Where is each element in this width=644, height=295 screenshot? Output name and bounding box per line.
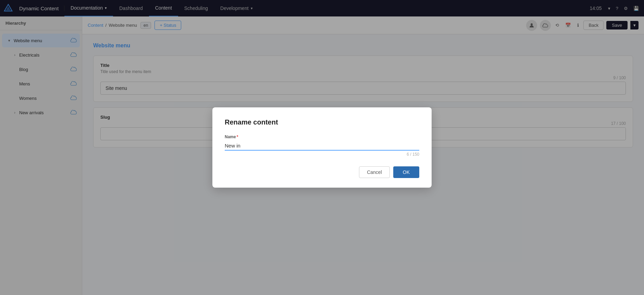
dialog-actions: Cancel OK — [225, 166, 419, 178]
dialog-title: Rename content — [225, 118, 419, 126]
required-star: * — [237, 134, 238, 139]
ok-button[interactable]: OK — [393, 166, 419, 178]
rename-content-dialog: Rename content Name* 6 / 150 Cancel OK — [212, 107, 432, 188]
dialog-name-label: Name* — [225, 134, 419, 139]
dialog-name-count: 6 / 150 — [225, 152, 419, 157]
dialog-name-input[interactable] — [225, 141, 419, 151]
dialog-overlay[interactable]: Rename content Name* 6 / 150 Cancel OK — [0, 0, 644, 295]
cancel-button[interactable]: Cancel — [359, 166, 390, 178]
